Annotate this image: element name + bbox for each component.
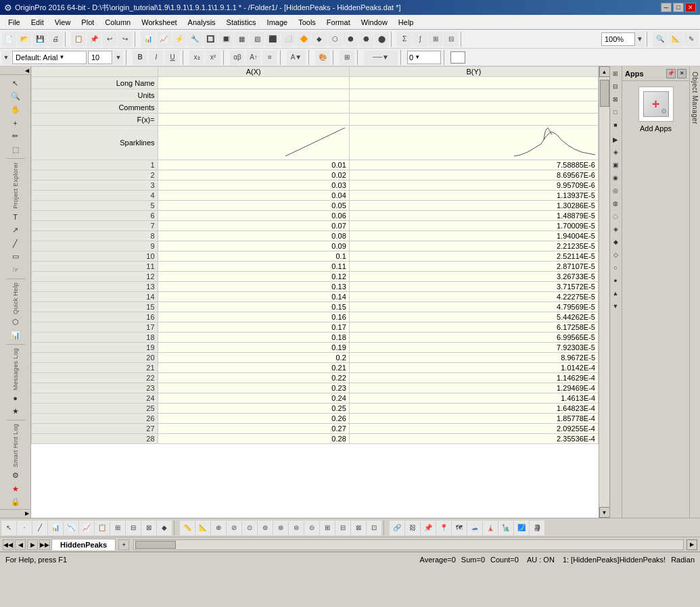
bt-btn-21[interactable]: ⊞: [320, 520, 335, 535]
col-b-header[interactable]: B(Y): [349, 67, 598, 77]
scroll-thumb[interactable]: [600, 80, 609, 107]
sparkline-b[interactable]: [349, 126, 598, 160]
ri-btn-8[interactable]: ◉: [610, 172, 621, 184]
scroll-down-btn[interactable]: ▼: [599, 507, 610, 518]
scroll-track[interactable]: [599, 77, 610, 507]
fill-color-btn[interactable]: 🎨: [315, 50, 330, 65]
subscript-button[interactable]: x₂: [189, 50, 204, 65]
bt-btn-18[interactable]: ⊛: [273, 520, 288, 535]
bt-btn-23[interactable]: ⊠: [351, 520, 366, 535]
tb-btn-12[interactable]: ⬜: [281, 32, 296, 47]
h-scroll-track[interactable]: [133, 539, 684, 550]
style-dropdown-btn[interactable]: ▼: [1, 50, 11, 65]
sidebar-expand-btn[interactable]: ▶: [0, 509, 30, 516]
bt-btn-27[interactable]: 📌: [421, 520, 436, 535]
menu-analysis[interactable]: Analysis: [183, 17, 221, 28]
ri-btn-4[interactable]: □: [610, 106, 621, 118]
bt-btn-29[interactable]: 🗺: [452, 520, 467, 535]
bt-btn-22[interactable]: ⊟: [335, 520, 350, 535]
line-style-btn[interactable]: ──▼: [364, 50, 398, 65]
tb-btn-9[interactable]: ▦: [234, 32, 249, 47]
zoom-input[interactable]: [601, 32, 635, 46]
font-size-input[interactable]: [88, 51, 112, 64]
bt-btn-17[interactable]: ⊚: [258, 520, 273, 535]
h-scroll-thumb[interactable]: [135, 541, 176, 549]
superscript-button[interactable]: x²: [206, 50, 220, 65]
bt-btn-3[interactable]: ╱: [32, 520, 47, 535]
side-btn-star2[interactable]: ★: [6, 483, 25, 495]
copy-btn[interactable]: 📋: [71, 32, 86, 47]
tb-btn-16[interactable]: ⬢: [343, 32, 358, 47]
bt-btn-15[interactable]: ⊘: [227, 520, 241, 535]
bt-btn-4[interactable]: 📊: [48, 520, 63, 535]
italic-button[interactable]: I: [149, 50, 164, 65]
ri-btn-1[interactable]: ⊞: [610, 68, 621, 80]
zoom-tool-btn[interactable]: 🔍: [6, 91, 25, 103]
long-name-b[interactable]: [349, 77, 598, 89]
vertical-scrollbar[interactable]: ▲ ▼: [599, 66, 609, 518]
ri-expand-btn[interactable]: ▶: [610, 133, 621, 145]
sparkline-a[interactable]: [158, 126, 349, 160]
comments-b[interactable]: [349, 101, 598, 114]
apps-close-btn[interactable]: ✕: [677, 69, 686, 78]
side-btn-arrow[interactable]: ↗: [6, 224, 25, 237]
tb-btn-6[interactable]: 🔧: [187, 32, 202, 47]
font-name-btn[interactable]: Default: Arial ▼: [12, 51, 87, 64]
save-btn[interactable]: 💾: [32, 32, 47, 47]
maximize-button[interactable]: □: [673, 3, 684, 12]
bt-btn-5[interactable]: 📉: [64, 520, 78, 535]
align-left-btn[interactable]: ≡: [262, 50, 277, 65]
menu-statistics[interactable]: Statistics: [221, 17, 262, 28]
long-name-a[interactable]: [158, 77, 349, 89]
menu-column[interactable]: Column: [99, 17, 136, 28]
zoom-dropdown-btn[interactable]: ▼: [635, 32, 645, 47]
underline-button[interactable]: U: [165, 50, 180, 65]
line-width-input[interactable]: 0 ▼: [407, 51, 441, 64]
apps-pin-btn[interactable]: 📌: [666, 69, 676, 78]
fx-a[interactable]: [158, 114, 349, 126]
h-scroll-right-btn[interactable]: ▶: [686, 539, 697, 550]
tb-btn-10[interactable]: ▧: [250, 32, 264, 47]
ri-btn-13[interactable]: ◆: [610, 236, 621, 248]
cell-a[interactable]: 0.01: [158, 160, 349, 170]
bold-button[interactable]: B: [133, 50, 147, 65]
undo-btn[interactable]: ↩: [102, 32, 117, 47]
tb-btn-17[interactable]: ⬣: [358, 32, 373, 47]
greek-button[interactable]: αβ: [230, 50, 245, 65]
tb-btn-13[interactable]: 🔶: [296, 32, 311, 47]
ri-btn-9[interactable]: ◎: [610, 185, 621, 197]
tb-btn-14[interactable]: ◆: [312, 32, 327, 47]
bt-btn-30[interactable]: 🗻: [467, 520, 482, 535]
tb-btn-4[interactable]: 📈: [156, 32, 171, 47]
ri-btn-10[interactable]: ◍: [610, 197, 621, 210]
tb-btn-5[interactable]: ⚡: [172, 32, 187, 47]
ri-btn-3[interactable]: ⊠: [610, 93, 621, 105]
object-manager-tab[interactable]: Object Manager: [689, 66, 700, 518]
units-a[interactable]: [158, 89, 349, 101]
bt-btn-24[interactable]: ⊡: [367, 520, 381, 535]
menu-image[interactable]: Image: [262, 17, 294, 28]
ri-btn-7[interactable]: ▣: [610, 159, 621, 171]
close-button[interactable]: ✕: [685, 3, 696, 12]
menu-tools[interactable]: Tools: [293, 17, 321, 28]
bt-btn-34[interactable]: 🗿: [530, 520, 544, 535]
minimize-button[interactable]: ─: [661, 3, 672, 12]
pointer-tool-btn[interactable]: ↖: [6, 77, 25, 90]
bt-btn-31[interactable]: 🗼: [483, 520, 498, 535]
redo-btn[interactable]: ↪: [118, 32, 133, 47]
border-btn[interactable]: ⊞: [340, 50, 354, 65]
side-btn-t[interactable]: T: [6, 210, 25, 223]
bt-btn-12[interactable]: 📏: [180, 520, 195, 535]
active-sheet-tab[interactable]: HiddenPeaks: [51, 539, 116, 550]
bt-btn-9[interactable]: ⊟: [126, 520, 141, 535]
crosshair-tool-btn[interactable]: +: [6, 117, 25, 130]
tb-btn-11[interactable]: ⬛: [265, 32, 280, 47]
fx-b[interactable]: [349, 114, 598, 126]
bt-btn-7[interactable]: 📋: [95, 520, 110, 535]
menu-format[interactable]: Format: [321, 17, 356, 28]
menu-plot[interactable]: Plot: [76, 17, 99, 28]
ri-btn-14[interactable]: ◇: [610, 249, 621, 261]
cell-b[interactable]: 7.58885E-6: [349, 160, 598, 170]
tb-btn-18[interactable]: ⬤: [374, 32, 389, 47]
tb-btn-25[interactable]: ✎: [684, 32, 699, 47]
